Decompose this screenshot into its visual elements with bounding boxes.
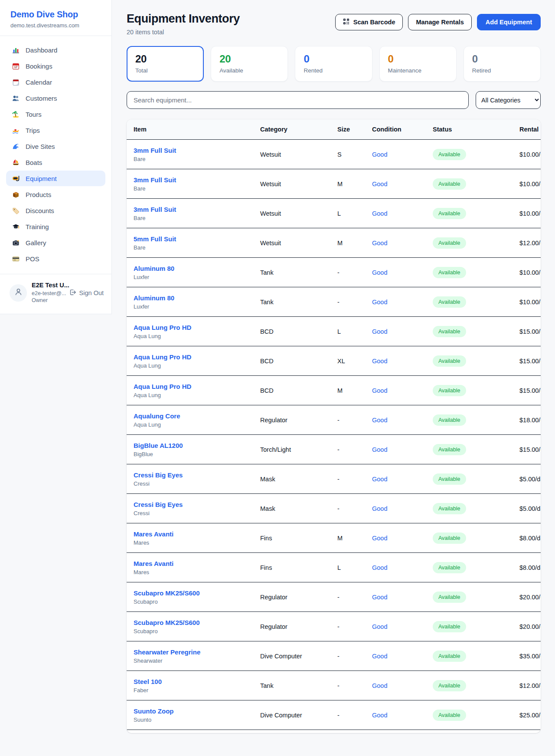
table-row: Cressi Big Eyes Cressi Mask - Good Avail…: [127, 494, 541, 523]
item-name-link[interactable]: 3mm Full Suit: [134, 147, 176, 154]
sidebar-item-training[interactable]: Training: [6, 219, 105, 234]
item-cell: Mares Avanti Mares: [134, 560, 260, 575]
filters-bar: All Categories: [127, 91, 541, 109]
manage-rentals-button[interactable]: Manage Rentals: [408, 14, 471, 30]
item-name-link[interactable]: BigBlue AL1200: [134, 442, 183, 449]
item-condition-link[interactable]: Good: [372, 505, 433, 512]
item-condition-link[interactable]: Good: [372, 240, 433, 247]
item-name-link[interactable]: Steel 100: [134, 678, 162, 685]
item-brand: Aqua Lung: [134, 362, 260, 369]
item-name-link[interactable]: Cressi Big Eyes: [134, 501, 183, 508]
item-condition-link[interactable]: Good: [372, 564, 433, 571]
sidebar-item-equipment[interactable]: Equipment: [6, 171, 105, 186]
item-name-link[interactable]: Aluminum 80: [134, 265, 174, 272]
item-condition-link[interactable]: Good: [372, 299, 433, 306]
item-name-link[interactable]: 3mm Full Suit: [134, 206, 176, 213]
add-equipment-button[interactable]: Add Equipment: [477, 14, 541, 30]
item-cell: BigBlue AL1200 BigBlue: [134, 442, 260, 457]
stat-card-rented[interactable]: 0 Rented: [295, 46, 372, 82]
gallery-icon: [11, 239, 20, 247]
item-name-link[interactable]: Aqua Lung Pro HD: [134, 383, 191, 390]
item-condition-link[interactable]: Good: [372, 682, 433, 689]
item-condition-link[interactable]: Good: [372, 417, 433, 424]
sidebar-item-calendar[interactable]: Calendar: [6, 74, 105, 90]
item-condition-link[interactable]: Good: [372, 387, 433, 394]
stat-card-available[interactable]: 20 Available: [211, 46, 288, 82]
sidebar-item-discounts[interactable]: Discounts: [6, 203, 105, 218]
item-condition-link[interactable]: Good: [372, 594, 433, 601]
item-rental-rate: $25.00/day: [519, 712, 541, 719]
stat-card-total[interactable]: 20 Total: [127, 46, 204, 82]
training-icon: [11, 223, 20, 230]
item-category: Tank: [260, 299, 337, 306]
stat-value: 0: [388, 53, 448, 65]
item-condition-link[interactable]: Good: [372, 535, 433, 542]
item-name-link[interactable]: 5mm Full Suit: [134, 235, 176, 243]
item-condition-link[interactable]: Good: [372, 358, 433, 365]
item-brand: Aqua Lung: [134, 333, 260, 339]
item-name-link[interactable]: Aluminum 80: [134, 294, 174, 302]
item-condition-link[interactable]: Good: [372, 181, 433, 187]
item-name-link[interactable]: Mares Avanti: [134, 560, 173, 567]
pos-icon: [11, 255, 20, 263]
sidebar-item-customers[interactable]: Customers: [6, 90, 105, 106]
scan-barcode-button[interactable]: Scan Barcode: [335, 14, 403, 30]
item-condition-link[interactable]: Good: [372, 653, 433, 660]
item-condition-link[interactable]: Good: [372, 446, 433, 453]
item-size: -: [337, 505, 372, 512]
user-role: Owner: [32, 297, 64, 304]
item-size: M: [337, 181, 372, 187]
sidebar-item-pos[interactable]: POS: [6, 251, 105, 266]
sidebar-item-gallery[interactable]: Gallery: [6, 235, 105, 250]
table-row: Aqua Lung Pro HD Aqua Lung BCD M Good Av…: [127, 376, 541, 405]
stat-card-retired[interactable]: 0 Retired: [464, 46, 541, 82]
item-name-link[interactable]: Aqualung Core: [134, 412, 180, 420]
item-condition-link[interactable]: Good: [372, 623, 433, 630]
item-cell: Aqua Lung Pro HD Aqua Lung: [134, 324, 260, 339]
item-name-link[interactable]: Suunto Zoop: [134, 707, 173, 715]
table-row: Scubapro MK25/S600 Scubapro Regulator - …: [127, 612, 541, 641]
item-name-link[interactable]: Cressi Big Eyes: [134, 471, 183, 479]
item-name-link[interactable]: Aqua Lung Pro HD: [134, 353, 191, 361]
item-cell: 3mm Full Suit Bare: [134, 147, 260, 162]
item-condition-link[interactable]: Good: [372, 210, 433, 217]
sidebar-item-dashboard[interactable]: Dashboard: [6, 42, 105, 58]
item-brand: BigBlue: [134, 451, 260, 457]
sidebar-item-dive-sites[interactable]: Dive Sites: [6, 138, 105, 154]
item-name-link[interactable]: Shearwater Peregrine: [134, 648, 200, 656]
item-rental-rate: $10.00/day: [519, 151, 541, 158]
stat-card-maintenance[interactable]: 0 Maintenance: [379, 46, 457, 82]
item-rental-rate: $12.00/day: [519, 682, 541, 689]
item-size: -: [337, 712, 372, 719]
item-size: -: [337, 594, 372, 601]
item-condition-link[interactable]: Good: [372, 269, 433, 276]
item-name-link[interactable]: Scubapro MK25/S600: [134, 589, 200, 597]
item-name-link[interactable]: 3mm Full Suit: [134, 176, 176, 184]
item-name-link[interactable]: Scubapro MK25/S600: [134, 619, 200, 626]
sidebar-item-tours[interactable]: Tours: [6, 106, 105, 122]
item-rental-rate: $5.00/day: [519, 476, 541, 483]
category-select[interactable]: All Categories: [476, 91, 541, 109]
table-row: Cressi Big Eyes Cressi Mask - Good Avail…: [127, 464, 541, 494]
page-title: Equipment Inventory: [127, 12, 240, 26]
sidebar-item-trips[interactable]: Trips: [6, 122, 105, 138]
status-badge: Available: [433, 237, 466, 249]
item-name-link[interactable]: Mares Avanti: [134, 530, 173, 538]
item-size: -: [337, 682, 372, 689]
status-badge: Available: [433, 503, 466, 514]
dive-sites-icon: [11, 142, 20, 150]
sign-out-button[interactable]: Sign Out: [69, 289, 104, 297]
search-input[interactable]: [127, 91, 469, 109]
sidebar-item-boats[interactable]: Boats: [6, 154, 105, 170]
item-category: BCD: [260, 328, 337, 335]
item-name-link[interactable]: Aqua Lung Pro HD: [134, 324, 191, 331]
item-condition-link[interactable]: Good: [372, 151, 433, 158]
item-condition-link[interactable]: Good: [372, 476, 433, 483]
item-rental-rate: $15.00/day: [519, 328, 541, 335]
brand: Demo Dive Shop demo.test.divestreams.com: [0, 0, 111, 36]
item-condition-link[interactable]: Good: [372, 328, 433, 335]
sidebar-item-products[interactable]: Products: [6, 187, 105, 202]
item-size: -: [337, 417, 372, 424]
item-condition-link[interactable]: Good: [372, 712, 433, 719]
sidebar-item-bookings[interactable]: 17 Bookings: [6, 58, 105, 74]
